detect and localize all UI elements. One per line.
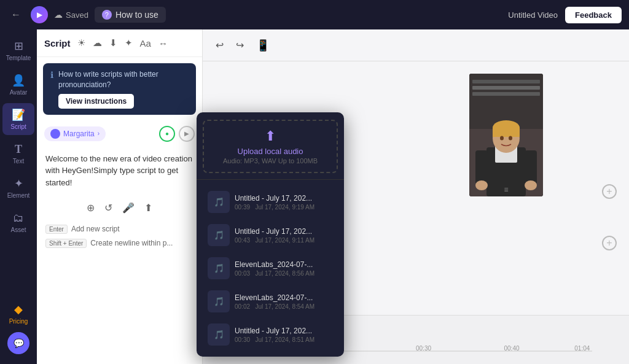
topbar-right: Untitled Video Feedback	[508, 7, 622, 23]
upload-icon: ⬆	[211, 128, 329, 144]
sidebar-item-script[interactable]: 📝 Script	[2, 103, 34, 135]
chat-button[interactable]: 💬	[7, 332, 29, 354]
upload-action-button[interactable]: ⬆	[142, 199, 155, 216]
add-script-row: Enter Add new script	[37, 221, 202, 238]
device-view-button[interactable]: 📱	[253, 36, 273, 55]
audio-info: Untitled - July 17, 202... 00:30 Jul 17,…	[235, 327, 333, 343]
main-layout: ⊞ Template 👤 Avatar 📝 Script T Text ✦ El…	[0, 29, 629, 364]
download-tool[interactable]: ⬇	[107, 36, 119, 50]
audio-file-icon: 🎵	[214, 230, 224, 240]
audio-item[interactable]: 🎵 Untitled - July 17, 202... 00:30 Jul 1…	[200, 319, 340, 350]
audio-list: 🎵 Untitled - July 17, 202... 00:39 Jul 1…	[197, 186, 344, 352]
timeline-mark-4: 01:04	[574, 345, 590, 352]
audio-file-icon: 🎵	[214, 197, 224, 207]
editor-toolbar: ↩ ↪ 📱	[203, 29, 629, 61]
template-icon: ⊞	[14, 39, 23, 53]
sidebar-item-avatar[interactable]: 👤 Avatar	[2, 69, 34, 101]
sidebar-item-asset[interactable]: 🗂 Asset	[2, 206, 34, 238]
upload-audio-area[interactable]: ⬆ Upload local audio Audio: MP3, WAV Up …	[203, 120, 338, 173]
text-icon: T	[15, 143, 22, 156]
svg-point-11	[509, 136, 512, 141]
svg-rect-12	[475, 150, 488, 184]
speaker-status-button[interactable]: ●	[159, 126, 175, 142]
audio-meta: 00:02 Jul 17, 2024, 8:54 AM	[235, 303, 333, 310]
audio-file-icon: 🎵	[214, 263, 224, 273]
redo-button[interactable]: ↪	[233, 36, 247, 54]
svg-point-15	[525, 180, 537, 190]
mic-action-button[interactable]: 🎤	[120, 199, 137, 216]
speaker-controls: ● ▶	[159, 126, 195, 142]
info-banner: ℹ How to write scripts with better prono…	[43, 63, 196, 115]
audio-thumb: 🎵	[208, 290, 230, 312]
audio-item[interactable]: 🎵 ElevenLabs_2024-07-... 00:03 Jul 17, 2…	[200, 252, 340, 284]
audio-info: Untitled - July 17, 202... 00:39 Jul 17,…	[235, 194, 333, 211]
pricing-icon: ◆	[14, 303, 23, 316]
sidebar-item-element[interactable]: ✦ Element	[2, 172, 34, 204]
sidebar-label-template: Template	[6, 55, 31, 61]
info-icon: ℹ	[50, 70, 53, 80]
element-icon: ✦	[14, 177, 23, 190]
video-preview-inner	[469, 74, 543, 196]
topbar: ← ▶ ☁ Saved ? How to use Untitled Video …	[0, 0, 629, 29]
svg-rect-4	[472, 92, 540, 96]
sidebar-label-element: Element	[7, 192, 30, 199]
audio-divider	[197, 179, 344, 180]
audio-thumb: 🎵	[208, 257, 230, 279]
upload-tool[interactable]: ☁	[91, 36, 104, 50]
enter-key: Enter	[45, 225, 68, 234]
add-scene-button-1[interactable]: +	[602, 184, 617, 199]
svg-rect-13	[525, 150, 537, 184]
timeline-mark-2: 00:30	[416, 345, 431, 352]
upload-audio-sub: Audio: MP3, WAV Up to 100MB	[211, 157, 329, 165]
svg-rect-9	[493, 128, 520, 137]
brightness-tool[interactable]: ☀	[76, 36, 87, 50]
add-scene-button-2[interactable]: +	[602, 236, 617, 250]
audio-thumb: 🎵	[208, 191, 230, 213]
add-script-label: Add new script	[71, 225, 120, 234]
speaker-name: Margarita	[63, 130, 95, 138]
feedback-button[interactable]: Feedback	[565, 7, 622, 23]
svg-rect-3	[472, 86, 540, 90]
expand-tool[interactable]: ↔	[157, 36, 170, 50]
script-icon: 📝	[12, 108, 25, 122]
newline-row: Shift + Enter Create newline within p...	[37, 238, 202, 249]
audio-item[interactable]: 🎵 Untitled - July 17, 202... 00:39 Jul 1…	[200, 186, 340, 218]
add-scene-buttons: + +	[602, 184, 617, 250]
newline-label: Create newline within p...	[90, 239, 173, 248]
undo-button[interactable]: ↩	[213, 36, 227, 54]
sidebar-item-text[interactable]: T Text	[2, 137, 34, 169]
sidebar-item-pricing[interactable]: ◆ Pricing	[2, 298, 34, 330]
ai-tool[interactable]: ✦	[123, 36, 135, 50]
svg-rect-2	[472, 80, 540, 83]
saved-label: Saved	[66, 10, 88, 20]
script-content[interactable]: Welcome to the new era of video creation…	[37, 147, 202, 195]
how-to-use-button[interactable]: ? How to use	[95, 7, 166, 23]
script-text: Welcome to the new era of video creation…	[45, 154, 192, 187]
audio-meta: 00:43 Jul 17, 2024, 9:11 AM	[235, 237, 333, 244]
speaker-play-button[interactable]: ▶	[179, 126, 195, 142]
script-panel: Script ☀ ☁ ⬇ ✦ Aa ↔ ℹ How to write scrip…	[37, 29, 203, 364]
drag-handle: ≡	[504, 185, 508, 194]
script-title: Script	[44, 38, 71, 48]
back-button[interactable]: ←	[7, 6, 25, 23]
asset-icon: 🗂	[13, 212, 24, 225]
history-action-button[interactable]: ↺	[102, 199, 115, 216]
audio-item[interactable]: 🎵 Untitled - July 17, 202... 00:43 Jul 1…	[200, 219, 340, 251]
saved-badge: ☁ Saved	[54, 10, 88, 20]
info-banner-text: How to write scripts with better pronoun…	[58, 69, 189, 90]
view-instructions-button[interactable]: View instructions	[58, 94, 134, 109]
audio-item[interactable]: 🎵 ElevenLabs_2024-07-... 00:02 Jul 17, 2…	[200, 285, 340, 317]
audio-thumb: 🎵	[208, 224, 230, 246]
add-action-button[interactable]: ⊕	[84, 199, 97, 216]
shift-enter-key: Shift + Enter	[45, 239, 87, 248]
language-tool[interactable]: Aa	[138, 36, 153, 50]
speaker-chip[interactable]: Margarita ›	[44, 126, 106, 141]
audio-info: Untitled - July 17, 202... 00:43 Jul 17,…	[235, 227, 333, 244]
back-icon: ←	[11, 9, 21, 20]
sidebar-item-template[interactable]: ⊞ Template	[2, 34, 34, 66]
audio-info: ElevenLabs_2024-07-... 00:02 Jul 17, 202…	[235, 293, 333, 310]
sidebar-label-script: Script	[10, 123, 26, 130]
script-tools: ☀ ☁ ⬇ ✦ Aa ↔	[76, 36, 170, 50]
audio-meta: 00:03 Jul 17, 2024, 8:56 AM	[235, 270, 333, 277]
person-avatar	[469, 74, 543, 196]
